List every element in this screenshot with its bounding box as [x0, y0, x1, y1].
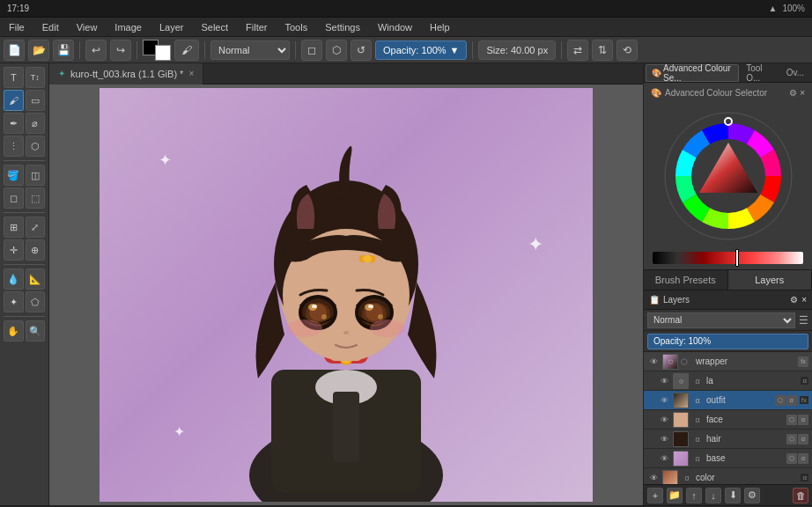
- move-layer-up-btn[interactable]: ↑: [686, 488, 702, 503]
- menu-file[interactable]: File: [5, 20, 28, 34]
- layer-item-face[interactable]: 👁 α face ⬡ α: [644, 410, 812, 430]
- panel-tab-colour[interactable]: 🎨 Advanced Colour Se...: [646, 64, 739, 82]
- menu-settings[interactable]: Settings: [321, 20, 364, 34]
- layer-settings-btn[interactable]: ⚙: [744, 488, 760, 503]
- filter-icon[interactable]: ☰: [799, 314, 808, 327]
- open-file-btn[interactable]: 📂: [28, 40, 49, 61]
- layer-item-base[interactable]: 👁 α base ⬡ α: [644, 449, 812, 468]
- paint-brush-tool[interactable]: 🖌: [4, 90, 24, 111]
- layer-item-color[interactable]: 👁 α color α: [644, 468, 812, 484]
- add-group-btn[interactable]: 📁: [667, 488, 683, 503]
- layer-opacity-slider[interactable]: Opacity: 100%: [647, 334, 808, 349]
- layer-op1-hair[interactable]: ⬡: [786, 434, 797, 445]
- color-gradient-bar[interactable]: [653, 252, 803, 264]
- sub-tab-layers[interactable]: Layers: [728, 270, 813, 290]
- enclose-fill-tool[interactable]: ⬠: [26, 291, 46, 312]
- move-layer-down-btn[interactable]: ↓: [705, 488, 721, 503]
- layer-visibility-wrapper[interactable]: 👁: [647, 356, 660, 368]
- polygon-tool[interactable]: ⬡: [26, 136, 46, 157]
- zoom2-tool[interactable]: 🔍: [26, 320, 46, 342]
- fill-tool[interactable]: 🪣: [4, 165, 24, 186]
- canvas-close-btn[interactable]: ×: [188, 69, 194, 78]
- rect-select-tool[interactable]: ▭: [26, 90, 46, 111]
- crop-tool[interactable]: ⊞: [4, 217, 24, 238]
- add-layer-btn[interactable]: +: [647, 488, 663, 503]
- brush-icon[interactable]: 🖌: [174, 40, 199, 61]
- color-fg-bg[interactable]: [143, 40, 171, 61]
- undo-btn[interactable]: ↩: [85, 40, 107, 61]
- refresh-btn[interactable]: ↺: [351, 40, 372, 61]
- lasso-tool[interactable]: ⌀: [26, 113, 46, 134]
- delete-layer-btn[interactable]: 🗑: [793, 488, 808, 503]
- colour-panel-close-btn[interactable]: ×: [800, 88, 805, 98]
- save-file-btn[interactable]: 💾: [53, 40, 74, 61]
- multibrush-tool[interactable]: ⋮: [4, 136, 24, 157]
- layer-item-wrapper[interactable]: 👁 ⬡ ⬡ wrapper fx: [644, 352, 812, 371]
- menu-image[interactable]: Image: [111, 20, 145, 34]
- panel-tab-overview[interactable]: Ov...: [780, 64, 810, 82]
- brush-preset-btn[interactable]: ⬡: [326, 40, 347, 61]
- size-control[interactable]: Size: 40.00 px: [478, 40, 556, 60]
- colour-panel-config-btn[interactable]: ⚙: [789, 88, 797, 98]
- layer-item-la[interactable]: 👁 ◎ α la α: [644, 371, 812, 391]
- sub-tab-brush-presets[interactable]: Brush Presets: [644, 270, 728, 290]
- menu-tools[interactable]: Tools: [282, 20, 312, 34]
- menu-window[interactable]: Window: [374, 20, 416, 34]
- zoom-tool[interactable]: ⊕: [26, 239, 46, 261]
- layer-item-outfit[interactable]: 👁 α outfit ⬡ α fx: [644, 391, 812, 410]
- menu-edit[interactable]: Edit: [39, 20, 63, 34]
- layer-op1-base[interactable]: ⬡: [786, 453, 797, 464]
- layer-visibility-base[interactable]: 👁: [658, 452, 670, 465]
- gradient-tool[interactable]: ◫: [26, 165, 46, 186]
- move-tool[interactable]: ✛: [4, 239, 24, 261]
- layer-visibility-hair[interactable]: 👁: [658, 433, 670, 445]
- redo-btn[interactable]: ↪: [110, 40, 131, 61]
- eraser-tool[interactable]: ◻: [4, 187, 24, 209]
- layer-op1-outfit[interactable]: ⬡: [775, 395, 786, 406]
- menu-filter[interactable]: Filter: [242, 20, 270, 34]
- layer-op2-hair[interactable]: α: [798, 434, 808, 445]
- menu-help[interactable]: Help: [426, 20, 454, 34]
- eraser-btn[interactable]: ◻: [301, 40, 322, 61]
- layer-op2-face[interactable]: α: [798, 415, 808, 425]
- canvas-viewport[interactable]: ✦ ✦ ✦: [49, 84, 643, 505]
- calligraphy-tool[interactable]: ✒: [4, 113, 24, 134]
- assistant-tool[interactable]: ✦: [4, 291, 24, 312]
- pan-tool[interactable]: ✋: [4, 320, 24, 342]
- layer-item-hair[interactable]: 👁 α hair ⬡ α: [644, 430, 812, 449]
- layer-visibility-la[interactable]: 👁: [658, 375, 670, 387]
- layer-alpha-tag-la: α: [801, 377, 808, 385]
- layer-op1-face[interactable]: ⬡: [786, 415, 797, 425]
- battery-icon: 100%: [782, 4, 805, 13]
- rotation-btn[interactable]: ⟲: [616, 40, 638, 61]
- canvas-tab[interactable]: ✦ kuro-tt_003.kra (1.1 GiB) * ×: [49, 63, 203, 84]
- menu-layer[interactable]: Layer: [156, 20, 188, 34]
- mirror-h-btn[interactable]: ⇄: [567, 40, 588, 61]
- layer-thumb-la: ◎: [673, 373, 689, 389]
- transform-tool[interactable]: ⤢: [26, 217, 46, 238]
- blend-mode-select[interactable]: Normal: [210, 40, 290, 60]
- new-file-btn[interactable]: 📄: [4, 40, 25, 61]
- measure-tool[interactable]: 📐: [26, 268, 46, 290]
- layer-thumb-face: [673, 412, 689, 428]
- color-wheel-container[interactable]: [658, 103, 799, 248]
- colorpicker-tool[interactable]: 💧: [4, 268, 24, 290]
- layer-visibility-face[interactable]: 👁: [658, 414, 670, 426]
- layer-visibility-outfit[interactable]: 👁: [658, 394, 670, 407]
- text-tool[interactable]: T: [4, 67, 24, 88]
- merge-layer-btn[interactable]: ⬇: [725, 488, 741, 503]
- menu-view[interactable]: View: [73, 20, 101, 34]
- layer-blend-mode-select[interactable]: Normal: [647, 312, 795, 328]
- layer-fx-btn-wrapper[interactable]: fx: [798, 356, 808, 367]
- layers-close-btn[interactable]: ×: [801, 295, 807, 305]
- layer-visibility-color[interactable]: 👁: [647, 472, 660, 484]
- smart-patch-tool[interactable]: ⬚: [26, 187, 46, 209]
- layers-config-btn[interactable]: ⚙: [790, 295, 798, 305]
- layer-op2-base[interactable]: α: [798, 453, 808, 464]
- text-vert-tool[interactable]: T↕: [26, 67, 46, 88]
- menu-select[interactable]: Select: [197, 20, 232, 34]
- mirror-v-btn[interactable]: ⇅: [592, 40, 613, 61]
- panel-tab-tool[interactable]: Tool O...: [740, 64, 779, 82]
- layer-op2-outfit[interactable]: α: [786, 395, 797, 406]
- opacity-control[interactable]: Opacity: 100% ▼: [375, 40, 467, 60]
